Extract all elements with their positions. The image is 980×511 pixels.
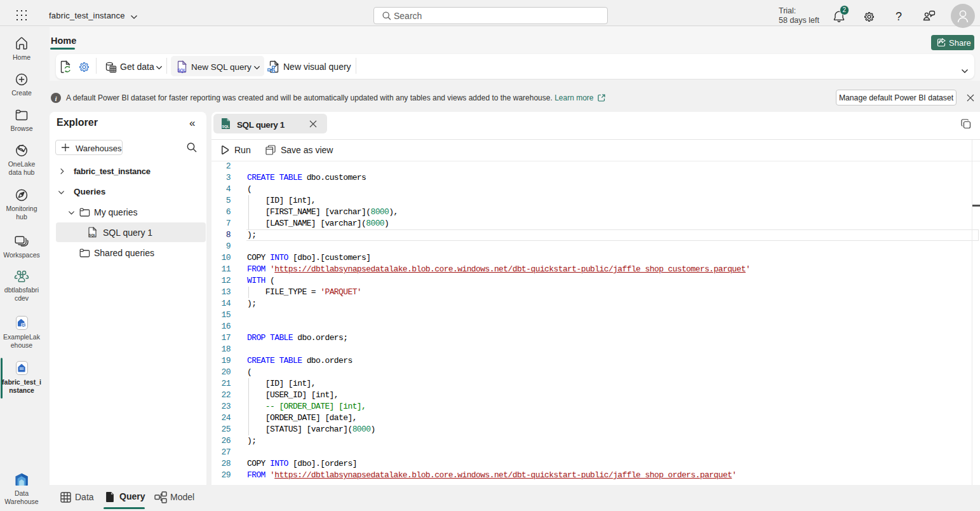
svg-text:SQL: SQL [177, 68, 186, 73]
svg-text:SQL: SQL [89, 233, 97, 237]
svg-text:SQL: SQL [222, 125, 230, 128]
